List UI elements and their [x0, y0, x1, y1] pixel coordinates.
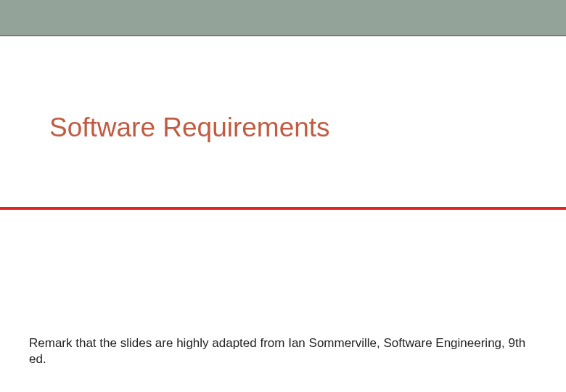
slide-title: Software Requirements: [49, 113, 330, 143]
slide-top-band: [0, 0, 566, 36]
slide-remark: Remark that the slides are highly adapte…: [29, 335, 537, 367]
slide-divider: [0, 207, 566, 210]
